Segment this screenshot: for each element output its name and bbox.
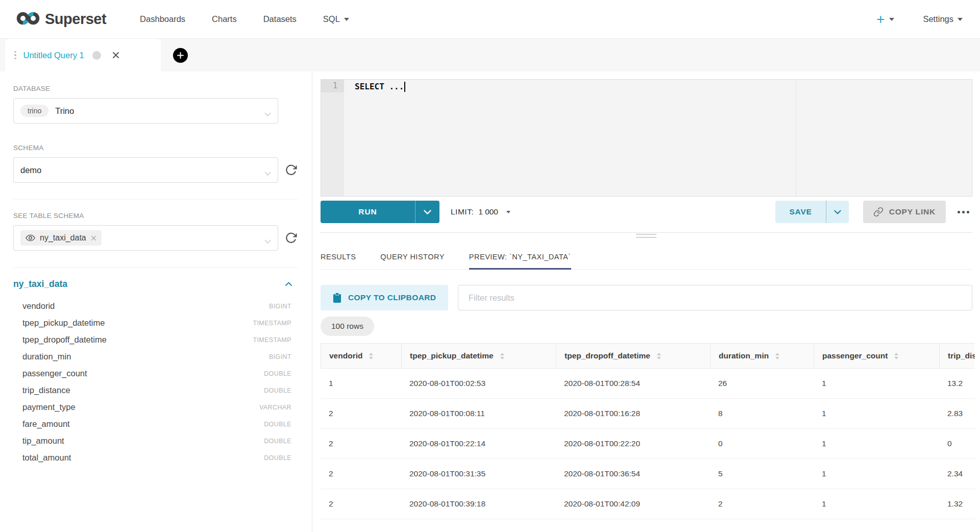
column-header-label: passenger_count <box>822 351 888 360</box>
plus-icon: + <box>876 12 885 27</box>
cell-vendorid: 2 <box>321 399 401 428</box>
copy-to-clipboard-button[interactable]: COPY TO CLIPBOARD <box>321 285 448 310</box>
table-row: 22020-08-01T00:39:182020-08-01T00:42:092… <box>321 489 975 519</box>
clipboard-icon <box>333 293 341 303</box>
sort-icon[interactable] <box>657 353 661 359</box>
editor-code-area[interactable]: SELECT ... <box>344 80 972 93</box>
run-button[interactable]: RUN <box>321 201 415 223</box>
schema-select[interactable]: demo <box>13 157 278 183</box>
cell-tpep_pickup_datetime: 2020-08-01T00:02:53 <box>401 369 556 398</box>
table-row: 22020-08-01T00:22:142020-08-01T00:22:200… <box>321 429 975 459</box>
chevron-up-icon[interactable] <box>285 282 292 286</box>
cell-vendorid: 2 <box>321 459 401 489</box>
sort-icon[interactable] <box>775 353 779 359</box>
cell-duration_min: 0 <box>710 429 814 458</box>
table-column-row: tpep_pickup_datetime TIMESTAMP <box>13 315 298 331</box>
see-table-schema-label: SEE TABLE SCHEMA <box>13 212 298 220</box>
menu-sql-label: SQL <box>323 14 340 24</box>
add-query-tab-button[interactable] <box>173 48 188 63</box>
chevron-down-icon <box>958 18 963 21</box>
table-schema-header[interactable]: ny_taxi_data <box>13 279 298 289</box>
tab-results[interactable]: RESULTS <box>321 245 356 270</box>
table-schema-select[interactable]: ny_taxi_data <box>13 225 278 251</box>
selected-table-pill: ny_taxi_data <box>20 230 102 246</box>
copy-link-button[interactable]: COPY LINK <box>863 201 946 223</box>
menu-sql[interactable]: SQL <box>323 14 349 24</box>
caret-down-icon <box>506 211 510 213</box>
copy-to-clipboard-label: COPY TO CLIPBOARD <box>348 293 436 302</box>
column-type: DOUBLE <box>264 438 291 445</box>
database-engine-pill: trino <box>20 105 48 117</box>
column-header-label: tpep_pickup_datetime <box>410 351 494 360</box>
cell-duration_min: 26 <box>710 369 814 398</box>
column-header-tpep_dropoff_datetime[interactable]: tpep_dropoff_datetime <box>556 343 710 369</box>
tab-untitled-query[interactable]: Untitled Query 1 <box>5 39 161 71</box>
cell-tpep_dropoff_datetime: 2020-08-01T00:22:20 <box>556 429 710 458</box>
run-options-button[interactable] <box>415 201 439 223</box>
settings-label: Settings <box>923 14 953 24</box>
sort-icon[interactable] <box>500 353 504 359</box>
menu-charts[interactable]: Charts <box>212 14 237 24</box>
column-header-label: trip_distance <box>948 351 975 360</box>
cell-passenger_count: 1 <box>814 369 939 398</box>
schema-select-value: demo <box>20 165 41 175</box>
limit-dropdown[interactable]: LIMIT: 1 000 <box>451 207 510 216</box>
database-select-value: Trino <box>55 106 74 116</box>
selected-table-name: ny_taxi_data <box>40 233 86 243</box>
results-table-header: vendoridtpep_pickup_datetimetpep_dropoff… <box>321 343 975 369</box>
chevron-down-icon <box>424 210 431 214</box>
cell-tpep_dropoff_datetime: 2020-08-01T00:28:54 <box>556 369 710 398</box>
cell-tpep_pickup_datetime: 2020-08-01T00:31:35 <box>401 459 556 489</box>
menu-dashboards[interactable]: Dashboards <box>140 14 185 24</box>
brand-name: Superset <box>45 11 106 28</box>
column-type: TIMESTAMP <box>253 336 291 344</box>
sort-icon[interactable] <box>894 353 898 359</box>
save-options-button[interactable] <box>826 201 849 223</box>
column-type: DOUBLE <box>264 387 291 394</box>
cell-duration_min: 2 <box>710 489 814 519</box>
table-column-row: passenger_count DOUBLE <box>13 365 298 382</box>
column-type: TIMESTAMP <box>253 320 291 327</box>
superset-logo-icon <box>16 10 40 29</box>
remove-table-icon[interactable] <box>91 235 96 241</box>
column-header-vendorid[interactable]: vendorid <box>321 343 401 369</box>
save-button[interactable]: SAVE <box>775 201 825 223</box>
cell-trip_distance: 13.2 <box>939 369 975 398</box>
sort-icon[interactable] <box>369 353 373 359</box>
column-header-trip_distance[interactable]: trip_distance <box>939 343 975 369</box>
refresh-schemas-button[interactable] <box>284 163 298 177</box>
text-cursor <box>404 82 405 92</box>
menu-datasets[interactable]: Datasets <box>263 14 297 24</box>
cell-tpep_dropoff_datetime: 2020-08-01T00:42:09 <box>556 489 710 519</box>
table-column-row: trip_distance DOUBLE <box>13 382 298 399</box>
tab-preview-ny-taxi-data[interactable]: PREVIEW: `NY_TAXI_DATA` <box>469 245 571 270</box>
new-item-button[interactable]: + <box>876 12 894 27</box>
column-type: DOUBLE <box>264 454 291 462</box>
cell-trip_distance: 0 <box>939 429 975 458</box>
column-name: tpep_dropoff_datetime <box>22 335 107 345</box>
schema-label: SCHEMA <box>13 144 298 152</box>
table-schema-name: ny_taxi_data <box>13 279 67 289</box>
cell-passenger_count: 1 <box>814 489 939 519</box>
sql-editor[interactable]: 1 SELECT ... <box>321 79 972 197</box>
close-tab-button[interactable] <box>112 52 119 59</box>
drag-handle-icon[interactable] <box>14 51 16 60</box>
superset-logo[interactable]: Superset <box>16 10 106 29</box>
tab-query-history[interactable]: QUERY HISTORY <box>380 245 445 270</box>
column-header-duration_min[interactable]: duration_min <box>710 343 814 369</box>
cell-tpep_pickup_datetime: 2020-08-01T00:22:14 <box>401 429 556 458</box>
cell-trip_distance: 2.83 <box>939 399 975 428</box>
cell-passenger_count: 1 <box>814 459 939 489</box>
filter-results-input[interactable] <box>458 285 972 310</box>
column-header-label: tpep_dropoff_datetime <box>565 351 650 360</box>
resize-grip-handle[interactable] <box>636 234 656 240</box>
column-header-passenger_count[interactable]: passenger_count <box>814 343 939 369</box>
more-options-button[interactable] <box>954 208 972 216</box>
cell-passenger_count: 1 <box>814 429 939 458</box>
link-icon <box>873 207 884 217</box>
limit-label: LIMIT: <box>451 207 474 216</box>
refresh-tables-button[interactable] <box>284 231 298 245</box>
settings-menu[interactable]: Settings <box>923 14 963 24</box>
database-select[interactable]: trino Trino <box>13 98 278 124</box>
column-header-tpep_pickup_datetime[interactable]: tpep_pickup_datetime <box>401 343 556 369</box>
